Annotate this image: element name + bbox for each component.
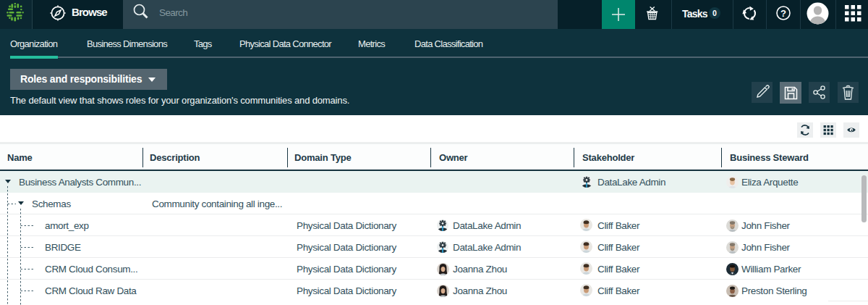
- svg-text:?: ?: [780, 8, 786, 19]
